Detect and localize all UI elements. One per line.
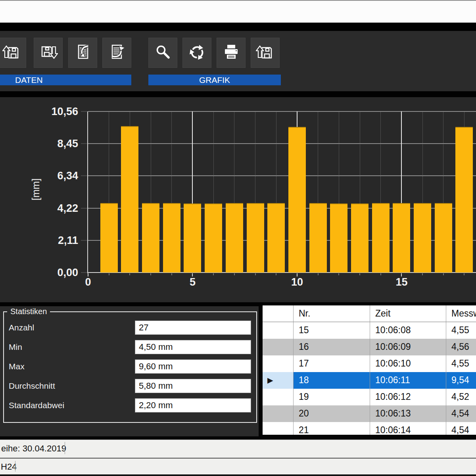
measurement-bar-13 (351, 203, 369, 273)
y-tick-label: 2,11 (38, 234, 78, 247)
table-header-nr: Nr. (294, 305, 370, 322)
x-tick-mark (150, 273, 151, 275)
measurement-app-window: DATEN GRAFIK [mm] 0,002,114,226,348,4510… (0, 0, 476, 476)
table-cell: 20 (294, 405, 370, 422)
table-cell: 21 (294, 422, 370, 435)
y-tick-label: 6,34 (38, 170, 78, 182)
table-cell: 10:06:08 (370, 322, 446, 339)
table-row-21[interactable]: 2110:06:144,54 (263, 422, 476, 435)
x-tick-mark (255, 273, 256, 275)
table-row-18[interactable]: ▶1810:06:119,54 (263, 372, 476, 389)
stat-label: Anzahl (9, 320, 34, 335)
table-cell (263, 305, 294, 322)
stat-row-max: Max9,60 mm (4, 359, 256, 375)
printer-icon (222, 42, 241, 63)
table-row-17[interactable]: 1710:06:104,55 (263, 355, 476, 372)
measurement-bar-1 (100, 203, 118, 273)
measurement-bar-10 (288, 127, 306, 273)
window-bottom-border (0, 474, 476, 476)
stat-row-min: Min4,50 mm (4, 340, 256, 355)
chart-plot-area (88, 111, 476, 273)
horizontal-gridline (88, 111, 476, 112)
refresh-button[interactable] (182, 38, 211, 68)
statistics-panel: Statistiken Anzahl27Min4,50 mmMax9,60 mm… (0, 306, 259, 436)
row-selector-cell (263, 339, 294, 355)
table-row-16[interactable]: 1610:06:094,56 (263, 339, 476, 355)
print-button[interactable] (217, 38, 246, 68)
x-tick-label: 5 (177, 276, 208, 288)
measurement-bar-18 (455, 127, 473, 273)
floppy-up-icon (2, 42, 21, 63)
table-header-messwert: Messwert (446, 305, 476, 322)
x-tick-mark (234, 273, 235, 275)
y-tick-label: 4,22 (38, 202, 78, 215)
measurement-bar-6 (205, 203, 222, 273)
y-tick-label: 10,56 (38, 106, 78, 118)
table-row-20[interactable]: 2010:06:134,54 (263, 405, 476, 422)
row-selector-cell (263, 405, 294, 422)
zoom-button[interactable] (148, 38, 177, 68)
measurement-bar-12 (330, 203, 347, 273)
series-date-text: eihe: 30.04.2019 (1, 440, 66, 457)
table-cell: 10:06:13 (370, 405, 446, 422)
toolbar-group-daten-label: DATEN (0, 75, 131, 85)
device-id-text: H24 (1, 459, 17, 474)
table-cell: 18 (294, 372, 370, 389)
x-tick-mark (401, 273, 402, 276)
measurement-bar-14 (372, 203, 390, 273)
x-tick-mark (297, 273, 298, 276)
stat-value-field[interactable]: 5,80 mm (135, 379, 251, 393)
title-bar (0, 1, 476, 23)
measurements-table[interactable]: Nr.ZeitMesswert1510:06:084,551610:06:094… (263, 305, 476, 435)
x-tick-mark (129, 273, 130, 275)
report-export-button[interactable] (102, 38, 131, 68)
horizontal-gridline (88, 175, 476, 176)
y-tick-mark (81, 143, 87, 144)
table-cell: 19 (294, 389, 370, 405)
x-tick-mark (171, 273, 172, 275)
table-row-15[interactable]: 1510:06:084,55 (263, 322, 476, 339)
table-cell: 4,55 (446, 322, 476, 339)
separator-band-top (0, 23, 476, 31)
y-tick-mark (81, 208, 87, 209)
measurement-bar-9 (267, 203, 285, 273)
status-separator (15, 461, 15, 472)
measurement-bar-17 (435, 203, 452, 273)
stat-value-field[interactable]: 2,20 mm (135, 398, 251, 413)
measurement-bar-chart: [mm] 0,002,114,226,348,4510,56051015 (0, 97, 476, 302)
stat-value-field[interactable]: 9,60 mm (135, 359, 251, 374)
x-tick-mark (422, 273, 423, 275)
table-cell: 4,52 (446, 389, 476, 405)
table-header-zeit: Zeit (370, 305, 446, 322)
save-data-button[interactable] (34, 38, 63, 68)
statistics-groupbox: Statistiken Anzahl27Min4,50 mmMax9,60 mm… (3, 307, 257, 423)
stat-value-field[interactable]: 4,50 mm (135, 340, 251, 354)
row-selector-cell (263, 389, 294, 405)
x-tick-label: 15 (386, 276, 417, 288)
stat-label: Durchschnitt (9, 378, 55, 393)
toolbar-group-grafik-label: GRAFIK (148, 75, 281, 85)
stat-value-field[interactable]: 27 (135, 321, 251, 335)
table-cell: 15 (294, 322, 370, 339)
measurement-bar-16 (414, 203, 431, 273)
y-tick-mark (81, 272, 87, 273)
horizontal-gridline (88, 143, 476, 144)
table-row-19[interactable]: 1910:06:124,52 (263, 389, 476, 405)
report-view-button[interactable] (68, 38, 97, 68)
x-tick-mark (109, 273, 109, 275)
toolbar: DATEN GRAFIK (0, 31, 476, 91)
x-tick-mark (338, 273, 339, 275)
table-header-row: Nr.ZeitMesswert (263, 305, 476, 322)
x-tick-mark (443, 273, 444, 275)
table-cell: 10:06:09 (370, 339, 446, 355)
document-arrow-left-icon (73, 42, 92, 63)
save-graphic-button[interactable] (251, 38, 280, 68)
y-tick-label: 8,45 (38, 138, 78, 150)
selected-row-arrow-icon: ▶ (267, 372, 273, 389)
table-cell: 4,54 (446, 422, 476, 435)
load-data-button[interactable] (0, 38, 26, 68)
measurement-bar-5 (184, 203, 201, 273)
measurement-bar-15 (393, 203, 410, 273)
x-tick-mark (464, 273, 464, 275)
x-tick-mark (88, 273, 88, 276)
